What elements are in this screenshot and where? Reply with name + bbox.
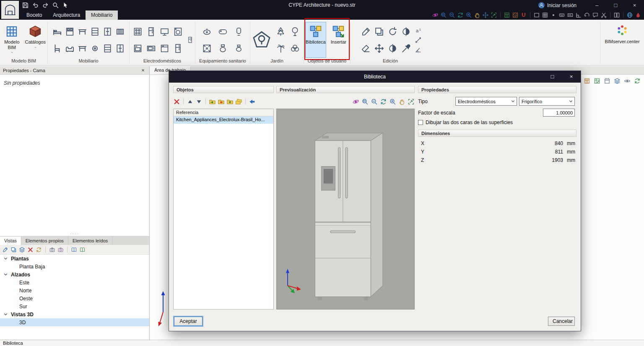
- american-fridge-icon[interactable]: [187, 31, 194, 49]
- check-table-icon[interactable]: [594, 78, 600, 84]
- app-logo[interactable]: [1, 1, 19, 19]
- washbasin-icon[interactable]: [202, 26, 212, 37]
- erase-icon[interactable]: [361, 43, 371, 54]
- pan-icon[interactable]: [474, 12, 480, 18]
- urinal-icon[interactable]: [234, 26, 244, 37]
- zoom-window-icon[interactable]: [361, 98, 369, 105]
- save-icon[interactable]: [22, 2, 29, 9]
- aceptar-button[interactable]: Aceptar: [174, 317, 203, 326]
- text-edit-icon[interactable]: [415, 27, 422, 34]
- viewport-icon[interactable]: [533, 12, 540, 18]
- angle-icon[interactable]: [415, 46, 422, 53]
- online-map-icon[interactable]: [626, 12, 633, 18]
- desk-icon[interactable]: [77, 26, 88, 37]
- move-down-icon[interactable]: [195, 98, 203, 105]
- zoom-previous-icon[interactable]: [389, 98, 396, 105]
- import-folder-icon[interactable]: [209, 98, 216, 105]
- cursor-icon[interactable]: [62, 2, 69, 9]
- duplicate-view-icon[interactable]: [10, 247, 17, 253]
- garden-plot-icon[interactable]: [252, 30, 271, 49]
- modelo-bim-button[interactable]: Modelo BIM: [1, 22, 22, 58]
- subtipo-select[interactable]: Frigorífico: [519, 97, 575, 106]
- redo-icon[interactable]: [42, 2, 49, 9]
- match-properties-icon[interactable]: [401, 43, 411, 54]
- tv-icon[interactable]: [159, 26, 170, 37]
- tab-elementos-propios[interactable]: Elementos propios: [21, 237, 68, 245]
- fridge-icon[interactable]: [146, 26, 156, 37]
- group-views-icon[interactable]: [19, 247, 25, 253]
- tree-item-sur[interactable]: Sur: [0, 302, 149, 310]
- redraw-icon[interactable]: [380, 98, 387, 105]
- zoom-window-icon[interactable]: [440, 12, 447, 18]
- move-view-icon[interactable]: [482, 12, 489, 18]
- hatch-pattern-icon[interactable]: [512, 12, 519, 18]
- dialog-maximize-button[interactable]: □: [543, 71, 562, 83]
- pan-icon[interactable]: [398, 98, 405, 105]
- orbit-icon[interactable]: [432, 12, 439, 18]
- full-view-icon[interactable]: [491, 12, 497, 18]
- zoom-out-icon[interactable]: [371, 98, 378, 105]
- tree-group-alzados[interactable]: Alzados: [0, 271, 149, 278]
- tab-boceto[interactable]: Boceto: [21, 10, 47, 20]
- undo-icon[interactable]: [32, 2, 39, 9]
- dialog-close-button[interactable]: ×: [562, 71, 581, 83]
- washing-machine-icon[interactable]: [173, 26, 183, 37]
- tipo-select[interactable]: Electrodomésticos: [455, 97, 517, 106]
- panel-splitter-handle[interactable]: [0, 232, 149, 236]
- read-elements-icon[interactable]: [71, 247, 77, 253]
- redraw-icon[interactable]: [457, 12, 464, 18]
- tab-arquitectura[interactable]: Arquitectura: [47, 10, 86, 20]
- minimize-button[interactable]: –: [587, 0, 606, 10]
- rotation-icon[interactable]: [584, 12, 590, 18]
- capture-settings-icon[interactable]: [57, 247, 64, 253]
- oven-icon[interactable]: [132, 43, 143, 54]
- keyboard-entry-icon[interactable]: [558, 12, 565, 18]
- section-icon[interactable]: [600, 12, 607, 18]
- copy-icon[interactable]: [374, 26, 384, 37]
- dishwasher-icon[interactable]: [159, 43, 170, 54]
- tree-item-norte[interactable]: Norte: [0, 286, 149, 294]
- list-item[interactable]: Kitchen_Appliances_Electrolux-Brasil_Ho.…: [174, 116, 273, 124]
- preview-3d-viewport[interactable]: [276, 109, 415, 310]
- tab-vistas[interactable]: Vistas: [0, 237, 21, 245]
- tree-item-3d[interactable]: 3D: [0, 318, 149, 326]
- export-folder-icon[interactable]: [218, 98, 225, 105]
- single-bed-icon[interactable]: [52, 26, 62, 37]
- stool-icon[interactable]: [90, 43, 100, 54]
- tree-item-oeste[interactable]: Oeste: [0, 294, 149, 302]
- bimserver-center-button[interactable]: BIMserver.center: [600, 20, 644, 65]
- bathtub-icon[interactable]: [218, 26, 228, 37]
- bookcase-icon[interactable]: [102, 43, 113, 54]
- tree-item-este[interactable]: Este: [0, 278, 149, 286]
- capture-view-icon[interactable]: [49, 247, 55, 253]
- dialog-titlebar[interactable]: Biblioteca □ ×: [169, 71, 581, 83]
- update-view-icon[interactable]: [634, 78, 641, 84]
- ortho-icon[interactable]: [575, 12, 582, 18]
- freezer-icon[interactable]: [173, 43, 183, 54]
- close-button[interactable]: ×: [625, 0, 644, 10]
- move-up-icon[interactable]: [187, 98, 194, 105]
- double-bed-icon[interactable]: [65, 26, 75, 37]
- crib-icon[interactable]: [115, 26, 125, 37]
- measure-icon[interactable]: [415, 36, 422, 44]
- shelving-icon[interactable]: [90, 26, 100, 37]
- tree-group-plantas[interactable]: Plantas: [0, 255, 149, 263]
- object-snap-icon[interactable]: [520, 12, 527, 18]
- read-all-elements-icon[interactable]: [79, 247, 86, 253]
- bush-icon[interactable]: [290, 43, 300, 54]
- layers-icon[interactable]: [614, 78, 621, 84]
- factor-escala-input[interactable]: [543, 109, 575, 117]
- drawing-sheet-icon[interactable]: [604, 78, 610, 84]
- tree-icon[interactable]: [290, 26, 300, 37]
- symmetry-axis-icon[interactable]: [387, 43, 398, 54]
- add-folder-icon[interactable]: [226, 98, 234, 105]
- tree-item-planta-baja[interactable]: Planta Baja: [0, 263, 149, 271]
- palm-tree-icon[interactable]: [275, 43, 286, 54]
- dos-caras-checkbox[interactable]: [418, 120, 423, 125]
- zoom-out-icon[interactable]: [449, 12, 455, 18]
- zoom-previous-icon[interactable]: [465, 12, 472, 18]
- quantities-table-icon[interactable]: [584, 78, 590, 84]
- edit-view-icon[interactable]: [2, 247, 8, 253]
- tab-mobiliario[interactable]: Mobiliario: [86, 10, 118, 20]
- maximize-button[interactable]: □: [606, 0, 625, 10]
